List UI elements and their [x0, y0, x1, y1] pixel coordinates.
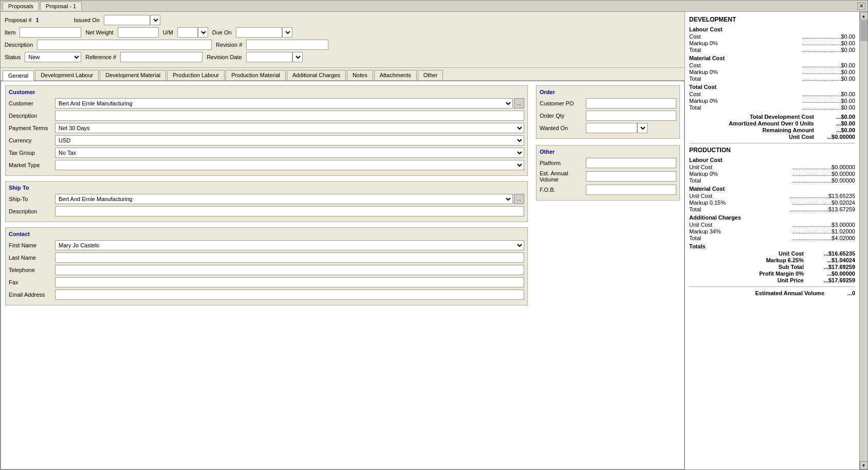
customer-po-input[interactable]: r56567 — [586, 98, 676, 109]
prod-t-profit-dots: ...$0.00000 — [804, 270, 855, 277]
issued-on-combo[interactable]: 2016-03-18 — [104, 15, 160, 25]
dev-tc-cost-dots: .........................$0.00 — [763, 91, 855, 97]
tab-additional-charges[interactable]: Additional Charges — [287, 70, 346, 80]
prod-t-markup-dots: ...$1.04024 — [804, 257, 855, 263]
customer-select[interactable]: Bert And Ernie Manufacturing — [55, 98, 513, 109]
payment-terms-label: Payment Terms — [9, 125, 55, 131]
customer-browse-button[interactable]: ... — [514, 98, 524, 109]
dev-lc-markup-dots: .........................$0.00 — [763, 40, 855, 46]
tab-proposal-1[interactable]: Proposal - 1 — [40, 2, 82, 10]
issued-on-label: Issued On — [74, 17, 100, 23]
um-select[interactable] — [198, 27, 208, 38]
dev-labour-cost-title: Labour Cost — [689, 26, 855, 32]
scrollbar-down-button[interactable]: ▼ — [860, 461, 868, 469]
ship-to-select[interactable]: Bert And Ernie Manufacturing — [55, 194, 513, 204]
currency-select[interactable]: USD — [55, 135, 524, 146]
telephone-row: Telephone — [9, 265, 524, 275]
prod-material-cost-title: Material Cost — [689, 186, 855, 192]
dev-mc-markup-dots: .........................$0.00 — [763, 69, 855, 75]
est-annual-vol-label: Estimated Annual Volume — [755, 290, 824, 296]
issued-on-select[interactable] — [150, 15, 160, 25]
nav-tabs-bar: General Development Labour Development M… — [1, 68, 685, 81]
status-combo[interactable]: New — [25, 52, 81, 62]
order-qty-input[interactable]: 1,000.000 — [586, 111, 676, 121]
wanted-on-row: Wanted On 2017-01-17 — [540, 123, 676, 133]
tab-dev-labour[interactable]: Development Labour — [35, 70, 99, 80]
wanted-on-label: Wanted On — [540, 125, 586, 131]
ship-to-section: Ship To Ship-To Bert And Ernie Manufactu… — [5, 181, 528, 222]
tax-group-select[interactable]: No Tax — [55, 148, 524, 158]
header-row-2: Item 546545456 Net Weight 0.0000 lb U/M … — [5, 27, 680, 38]
dev-lc-markup-line: Markup 0% .........................$0.00 — [689, 40, 855, 46]
dev-summary: Total Development Cost ...$0.00 Amortize… — [689, 114, 855, 140]
revision-date-select[interactable] — [292, 52, 303, 62]
tab-notes[interactable]: Notes — [347, 70, 373, 80]
scrollbar[interactable]: ▲ ▼ — [859, 12, 867, 469]
ship-to-browse-button[interactable]: ... — [514, 194, 524, 204]
dev-total-cost-title: Total Cost — [689, 84, 855, 90]
dev-unit-cost-line: Unit Cost ...$0.00000 — [689, 134, 855, 140]
prod-mc-total-label: Total — [689, 206, 701, 212]
last-name-input[interactable] — [55, 252, 524, 263]
ship-to-desc-input[interactable]: Bert And Ernie Manufacturing — [55, 206, 524, 216]
wanted-on-select[interactable] — [637, 123, 648, 133]
email-input[interactable] — [55, 290, 524, 300]
dev-lc-cost-label: Cost — [689, 33, 701, 40]
prod-mc-unit-line: Unit Cost .........................$13.6… — [689, 193, 855, 199]
due-on-combo[interactable]: 2017-02-15 — [236, 27, 292, 38]
dev-amortized-label: Amortized Amount Over 0 Units — [729, 120, 814, 126]
dev-material-cost-title: Material Cost — [689, 55, 855, 61]
revision-date-combo[interactable]: 2016-03-18 — [246, 52, 303, 62]
tax-group-row: Tax Group No Tax — [9, 148, 524, 158]
title-bar: Proposals Proposal - 1 ✕ — [1, 1, 867, 12]
prod-t-markup-label: Markup 6.25% — [766, 257, 804, 263]
item-input[interactable]: 546545456 — [20, 27, 81, 38]
close-button[interactable]: ✕ — [857, 3, 865, 10]
platform-input[interactable] — [586, 158, 676, 168]
um-input[interactable]: ea — [177, 27, 198, 38]
scrollbar-up-button[interactable]: ▲ — [860, 12, 868, 20]
est-annual-input[interactable]: 0 — [586, 171, 676, 182]
order-section-title: Order — [540, 89, 676, 95]
market-type-select[interactable] — [55, 160, 524, 170]
proposal-value: 1 — [36, 17, 39, 23]
tab-proposals[interactable]: Proposals — [3, 2, 39, 10]
payment-terms-select[interactable]: Net 30 Days — [55, 123, 524, 133]
wanted-on-input[interactable]: 2017-01-17 — [586, 123, 637, 133]
due-on-input[interactable]: 2017-02-15 — [236, 27, 282, 38]
fob-input[interactable] — [586, 185, 676, 195]
tab-general[interactable]: General — [3, 70, 34, 81]
customer-desc-label: Description — [9, 113, 55, 119]
dev-lc-total-label: Total — [689, 47, 701, 53]
prod-t-profit-line: Profit Margin 0% ...$0.00000 — [689, 270, 855, 277]
first-name-select[interactable]: Mary Jo Castelo — [55, 240, 524, 250]
prod-mc-unit-label: Unit Cost — [689, 193, 712, 199]
telephone-input[interactable] — [55, 265, 524, 275]
reference-input[interactable]: dfgdfg — [120, 52, 202, 62]
order-qty-label: Order Qty — [540, 113, 586, 119]
prod-t-unit-price-dots: ...$17.69259 — [804, 277, 855, 283]
fax-input[interactable] — [55, 277, 524, 287]
platform-row: Platform — [540, 158, 676, 168]
tab-prod-material[interactable]: Production Material — [226, 70, 286, 80]
tab-prod-labour[interactable]: Production Labour — [167, 70, 225, 80]
um-combo[interactable]: ea — [177, 27, 208, 38]
tab-other[interactable]: Other — [418, 70, 444, 80]
issued-on-input[interactable]: 2016-03-18 — [104, 15, 150, 25]
revision-date-input[interactable]: 2016-03-18 — [246, 52, 292, 62]
due-on-select[interactable] — [282, 27, 292, 38]
currency-row: Currency USD — [9, 135, 524, 146]
customer-desc-input[interactable]: Bert And Ernie Manufacturing — [55, 111, 524, 121]
revision-input[interactable]: sdfgsdgsdgsadf — [246, 40, 328, 50]
tab-attachments[interactable]: Attachments — [374, 70, 417, 80]
description-input[interactable]: sdfsdafg — [37, 40, 212, 50]
dev-tc-markup-dots: .........................$0.00 — [763, 98, 855, 104]
tab-dev-material[interactable]: Development Material — [100, 70, 166, 80]
customer-po-label: Customer PO — [540, 100, 586, 106]
net-weight-input[interactable]: 0.0000 lb — [118, 27, 159, 38]
dev-remaining-line: Remaining Amount ...$0.00 — [689, 127, 855, 133]
status-select[interactable]: New — [25, 52, 81, 62]
scrollbar-thumb[interactable] — [860, 21, 867, 41]
wanted-on-combo[interactable]: 2017-01-17 — [586, 123, 648, 133]
dev-mc-total-line: Total .........................$0.00 — [689, 76, 855, 82]
